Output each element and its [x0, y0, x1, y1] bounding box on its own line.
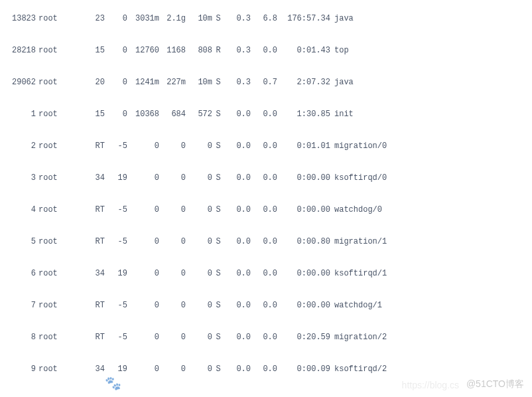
col-mem: 0.0 — [251, 332, 277, 343]
col-mem: 0.0 — [251, 109, 277, 120]
col-st: S — [212, 364, 224, 375]
col-ni: -5 — [105, 141, 127, 152]
col-ni: 19 — [105, 268, 127, 279]
paw-icon: 🐾 — [105, 375, 121, 392]
col-pid: 1 — [0, 109, 38, 120]
col-cmd: java — [330, 13, 354, 25]
col-res: 0 — [159, 236, 186, 248]
col-pr: 34 — [72, 364, 105, 375]
col-time: 0:20.59 — [277, 332, 330, 343]
col-pr: 15 — [72, 109, 105, 120]
col-pr: 23 — [72, 13, 105, 25]
col-st: S — [212, 77, 224, 88]
process-row: 13823root2303031m2.1g10mS0.36.8176:57.34… — [0, 3, 532, 35]
process-row: 5rootRT-5000S0.00.00:00.80migration/1 — [0, 226, 532, 258]
col-ni: 0 — [105, 13, 127, 25]
col-time: 0:00.00 — [277, 204, 330, 216]
col-time: 176:57.34 — [277, 13, 330, 25]
process-row: 6root3419000S0.00.00:00.00ksoftirqd/1 — [0, 258, 532, 289]
process-row: 29062root2001241m227m10mS0.30.72:07.32ja… — [0, 66, 532, 98]
col-time: 0:00.00 — [277, 173, 330, 184]
col-ni: 0 — [105, 45, 127, 56]
col-cpu: 0.0 — [224, 300, 251, 311]
process-row: 7rootRT-5000S0.00.00:00.00watchdog/1 — [0, 289, 532, 321]
col-pid: 8 — [0, 332, 38, 343]
col-pr: 20 — [72, 77, 105, 88]
col-cpu: 0.0 — [224, 236, 251, 248]
col-time: 0:00.09 — [277, 364, 330, 375]
col-virt: 0 — [127, 173, 159, 184]
col-mem: 0.0 — [251, 204, 277, 216]
col-user: root — [38, 141, 72, 152]
col-pr: RT — [72, 141, 105, 152]
col-time: 2:07.32 — [277, 77, 330, 88]
col-res: 0 — [159, 268, 186, 279]
col-res: 2.1g — [159, 13, 186, 25]
col-cpu: 0.0 — [224, 141, 251, 152]
col-pid: 6 — [0, 268, 38, 279]
col-shr: 0 — [186, 300, 212, 311]
col-pid: 13823 — [0, 13, 38, 25]
col-ni: -5 — [105, 332, 127, 343]
col-cmd: init — [330, 109, 354, 120]
watermark-faded: https://blog.cs — [402, 380, 459, 390]
col-user: root — [38, 109, 72, 120]
col-cmd: ksoftirqd/2 — [330, 364, 387, 375]
col-ni: 19 — [105, 364, 127, 375]
col-cpu: 0.0 — [224, 364, 251, 375]
col-cmd: watchdog/0 — [330, 204, 382, 216]
col-ni: -5 — [105, 236, 127, 248]
col-st: S — [212, 332, 224, 343]
col-ni: -5 — [105, 204, 127, 216]
col-pid: 9 — [0, 364, 38, 375]
col-cpu: 0.0 — [224, 204, 251, 216]
col-user: root — [38, 364, 72, 375]
col-shr: 808 — [186, 45, 212, 56]
col-res: 0 — [159, 173, 186, 184]
col-st: S — [212, 173, 224, 184]
col-user: root — [38, 77, 72, 88]
col-user: root — [38, 204, 72, 216]
col-pid: 5 — [0, 236, 38, 248]
col-res: 227m — [159, 77, 186, 88]
col-time: 0:00.80 — [277, 236, 330, 248]
watermark-brand: @51CTO博客 — [466, 378, 524, 390]
col-pr: RT — [72, 204, 105, 216]
col-st: S — [212, 141, 224, 152]
col-pid: 3 — [0, 173, 38, 184]
col-user: root — [38, 45, 72, 56]
col-mem: 0.0 — [251, 141, 277, 152]
col-virt: 10368 — [127, 109, 159, 120]
col-shr: 0 — [186, 332, 212, 343]
col-cpu: 0.0 — [224, 332, 251, 343]
col-mem: 0.0 — [251, 236, 277, 248]
col-user: root — [38, 300, 72, 311]
col-ni: 0 — [105, 109, 127, 120]
col-res: 1168 — [159, 45, 186, 56]
col-pid: 2 — [0, 141, 38, 152]
col-time: 0:01.43 — [277, 45, 330, 56]
col-mem: 0.7 — [251, 77, 277, 88]
col-virt: 0 — [127, 141, 159, 152]
col-cmd: watchdog/1 — [330, 300, 382, 311]
col-cmd: ksoftirqd/1 — [330, 268, 387, 279]
col-virt: 0 — [127, 364, 159, 375]
col-user: root — [38, 332, 72, 343]
col-virt: 0 — [127, 236, 159, 248]
col-ni: 0 — [105, 77, 127, 88]
col-shr: 0 — [186, 236, 212, 248]
col-cmd: java — [330, 77, 354, 88]
col-pr: RT — [72, 300, 105, 311]
col-virt: 0 — [127, 332, 159, 343]
process-row: 3root3419000S0.00.00:00.00ksoftirqd/0 — [0, 162, 532, 194]
col-shr: 0 — [186, 268, 212, 279]
col-st: S — [212, 204, 224, 216]
col-st: S — [212, 236, 224, 248]
col-shr: 10m — [186, 77, 212, 88]
col-shr: 0 — [186, 141, 212, 152]
col-res: 684 — [159, 109, 186, 120]
col-pid: 4 — [0, 204, 38, 216]
col-cpu: 0.3 — [224, 45, 251, 56]
col-mem: 6.8 — [251, 13, 277, 25]
col-pid: 7 — [0, 300, 38, 311]
